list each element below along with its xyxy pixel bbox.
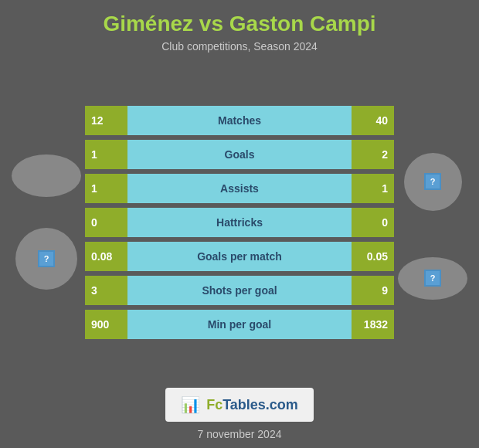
page-title: Giménez vs Gaston Campi [103,12,375,36]
page-subtitle: Club competitions, Season 2024 [161,40,318,53]
logo-highlight: Fc [206,397,223,412]
stat-center-label: Goals [127,140,352,169]
stat-right-value: 0 [352,208,394,237]
main-container: Giménez vs Gaston Campi Club competition… [0,0,479,448]
logo-icon: 📊 [181,395,200,414]
right-player-oval: ? [398,257,467,300]
stat-right-value: 2 [352,140,394,169]
stat-right-value: 1832 [352,310,394,339]
stat-left-value: 1 [85,140,127,169]
stat-left-value: 0 [85,208,127,237]
stat-row: 3Shots per goal9 [85,276,394,305]
stat-left-value: 3 [85,276,127,305]
stat-center-label: Shots per goal [127,276,352,305]
stat-center-label: Hattricks [127,208,352,237]
stat-left-value: 900 [85,310,127,339]
left-player-circle: ? [15,228,77,290]
stat-left-value: 12 [85,106,127,135]
stat-row: 1Assists1 [85,174,394,203]
right-player-question-bottom: ? [424,270,441,287]
stat-right-value: 0.05 [352,242,394,271]
logo-box: 📊 FcTables.com [165,388,314,422]
stat-center-label: Matches [127,106,352,135]
right-player-circle-top: ? [404,153,462,211]
stat-right-value: 1 [352,174,394,203]
stat-center-label: Assists [127,174,352,203]
stat-row: 0Hattricks0 [85,208,394,237]
logo-text: FcTables.com [206,397,298,413]
stats-section: ? 12Matches401Goals21Assists10Hattricks0… [8,64,471,380]
left-player-question: ? [38,250,55,267]
stat-left-value: 1 [85,174,127,203]
right-player-avatars: ? ? [394,145,471,300]
stat-left-value: 0.08 [85,242,127,271]
stat-row: 12Matches40 [85,106,394,135]
stat-center-label: Min per goal [127,310,352,339]
right-player-question-top: ? [424,173,441,190]
stat-row: 0.08Goals per match0.05 [85,242,394,271]
stat-center-label: Goals per match [127,242,352,271]
stat-row: 1Goals2 [85,140,394,169]
stats-bars: 12Matches401Goals21Assists10Hattricks00.… [85,106,394,339]
left-player-oval [12,154,81,197]
left-player-avatars: ? [8,154,85,290]
stat-right-value: 40 [352,106,394,135]
stat-right-value: 9 [352,276,394,305]
stat-row: 900Min per goal1832 [85,310,394,339]
date-label: 7 november 2024 [198,428,282,440]
